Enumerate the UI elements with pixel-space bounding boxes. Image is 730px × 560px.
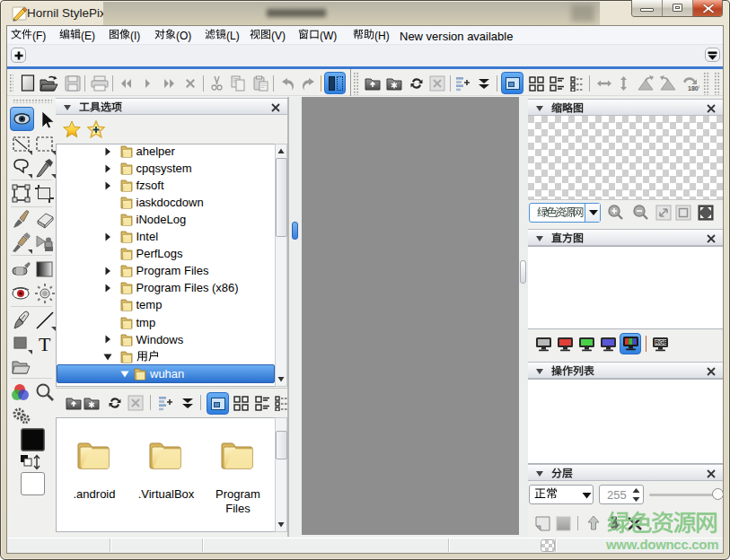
svg-text:T: T: [39, 333, 51, 355]
svg-text:RGB: RGB: [655, 339, 668, 346]
svg-text:180°: 180°: [688, 85, 699, 92]
